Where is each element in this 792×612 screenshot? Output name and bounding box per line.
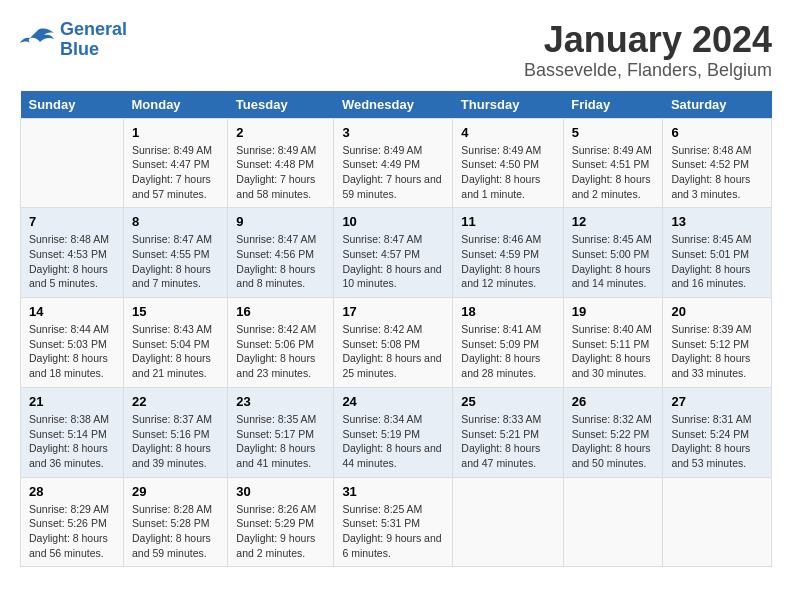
day-number: 15 <box>132 304 219 319</box>
day-number: 23 <box>236 394 325 409</box>
calendar-cell: 14Sunrise: 8:44 AMSunset: 5:03 PMDayligh… <box>21 298 124 388</box>
day-info: Sunrise: 8:48 AMSunset: 4:53 PMDaylight:… <box>29 232 115 291</box>
weekday-header: Wednesday <box>334 91 453 119</box>
day-number: 26 <box>572 394 655 409</box>
day-info: Sunrise: 8:28 AMSunset: 5:28 PMDaylight:… <box>132 502 219 561</box>
calendar-cell: 30Sunrise: 8:26 AMSunset: 5:29 PMDayligh… <box>228 477 334 567</box>
day-number: 9 <box>236 214 325 229</box>
day-info: Sunrise: 8:45 AMSunset: 5:01 PMDaylight:… <box>671 232 763 291</box>
day-info: Sunrise: 8:33 AMSunset: 5:21 PMDaylight:… <box>461 412 554 471</box>
calendar-cell: 19Sunrise: 8:40 AMSunset: 5:11 PMDayligh… <box>563 298 663 388</box>
weekday-header: Saturday <box>663 91 772 119</box>
calendar-cell: 24Sunrise: 8:34 AMSunset: 5:19 PMDayligh… <box>334 387 453 477</box>
calendar-cell <box>21 118 124 208</box>
day-number: 10 <box>342 214 444 229</box>
weekday-header: Friday <box>563 91 663 119</box>
day-number: 5 <box>572 125 655 140</box>
day-info: Sunrise: 8:49 AMSunset: 4:50 PMDaylight:… <box>461 143 554 202</box>
calendar-cell: 21Sunrise: 8:38 AMSunset: 5:14 PMDayligh… <box>21 387 124 477</box>
day-number: 19 <box>572 304 655 319</box>
calendar-cell: 18Sunrise: 8:41 AMSunset: 5:09 PMDayligh… <box>453 298 563 388</box>
calendar-week-row: 14Sunrise: 8:44 AMSunset: 5:03 PMDayligh… <box>21 298 772 388</box>
day-info: Sunrise: 8:37 AMSunset: 5:16 PMDaylight:… <box>132 412 219 471</box>
day-number: 12 <box>572 214 655 229</box>
day-info: Sunrise: 8:35 AMSunset: 5:17 PMDaylight:… <box>236 412 325 471</box>
day-info: Sunrise: 8:39 AMSunset: 5:12 PMDaylight:… <box>671 322 763 381</box>
weekday-header: Thursday <box>453 91 563 119</box>
calendar-title: January 2024 <box>524 20 772 60</box>
calendar-cell: 26Sunrise: 8:32 AMSunset: 5:22 PMDayligh… <box>563 387 663 477</box>
day-number: 2 <box>236 125 325 140</box>
calendar-cell: 12Sunrise: 8:45 AMSunset: 5:00 PMDayligh… <box>563 208 663 298</box>
calendar-cell: 15Sunrise: 8:43 AMSunset: 5:04 PMDayligh… <box>123 298 227 388</box>
day-info: Sunrise: 8:47 AMSunset: 4:57 PMDaylight:… <box>342 232 444 291</box>
day-number: 20 <box>671 304 763 319</box>
day-info: Sunrise: 8:47 AMSunset: 4:55 PMDaylight:… <box>132 232 219 291</box>
day-info: Sunrise: 8:44 AMSunset: 5:03 PMDaylight:… <box>29 322 115 381</box>
page-header: General Blue January 2024 Bassevelde, Fl… <box>20 20 772 81</box>
logo: General Blue <box>20 20 127 60</box>
day-info: Sunrise: 8:42 AMSunset: 5:08 PMDaylight:… <box>342 322 444 381</box>
weekday-header-row: SundayMondayTuesdayWednesdayThursdayFrid… <box>21 91 772 119</box>
calendar-week-row: 21Sunrise: 8:38 AMSunset: 5:14 PMDayligh… <box>21 387 772 477</box>
calendar-cell: 8Sunrise: 8:47 AMSunset: 4:55 PMDaylight… <box>123 208 227 298</box>
calendar-cell <box>663 477 772 567</box>
calendar-week-row: 7Sunrise: 8:48 AMSunset: 4:53 PMDaylight… <box>21 208 772 298</box>
day-number: 3 <box>342 125 444 140</box>
day-info: Sunrise: 8:38 AMSunset: 5:14 PMDaylight:… <box>29 412 115 471</box>
day-info: Sunrise: 8:46 AMSunset: 4:59 PMDaylight:… <box>461 232 554 291</box>
day-number: 30 <box>236 484 325 499</box>
logo-text: General Blue <box>60 20 127 60</box>
day-info: Sunrise: 8:47 AMSunset: 4:56 PMDaylight:… <box>236 232 325 291</box>
day-number: 6 <box>671 125 763 140</box>
day-number: 11 <box>461 214 554 229</box>
weekday-header: Tuesday <box>228 91 334 119</box>
day-info: Sunrise: 8:41 AMSunset: 5:09 PMDaylight:… <box>461 322 554 381</box>
day-number: 28 <box>29 484 115 499</box>
calendar-cell <box>453 477 563 567</box>
calendar-cell: 17Sunrise: 8:42 AMSunset: 5:08 PMDayligh… <box>334 298 453 388</box>
calendar-cell: 29Sunrise: 8:28 AMSunset: 5:28 PMDayligh… <box>123 477 227 567</box>
calendar-cell: 25Sunrise: 8:33 AMSunset: 5:21 PMDayligh… <box>453 387 563 477</box>
day-info: Sunrise: 8:49 AMSunset: 4:51 PMDaylight:… <box>572 143 655 202</box>
calendar-cell: 11Sunrise: 8:46 AMSunset: 4:59 PMDayligh… <box>453 208 563 298</box>
day-number: 31 <box>342 484 444 499</box>
day-number: 8 <box>132 214 219 229</box>
calendar-cell: 5Sunrise: 8:49 AMSunset: 4:51 PMDaylight… <box>563 118 663 208</box>
day-number: 17 <box>342 304 444 319</box>
day-number: 29 <box>132 484 219 499</box>
logo-icon <box>20 25 56 55</box>
day-number: 24 <box>342 394 444 409</box>
day-number: 22 <box>132 394 219 409</box>
calendar-cell: 20Sunrise: 8:39 AMSunset: 5:12 PMDayligh… <box>663 298 772 388</box>
calendar-cell: 10Sunrise: 8:47 AMSunset: 4:57 PMDayligh… <box>334 208 453 298</box>
day-number: 25 <box>461 394 554 409</box>
calendar-cell: 2Sunrise: 8:49 AMSunset: 4:48 PMDaylight… <box>228 118 334 208</box>
day-number: 7 <box>29 214 115 229</box>
calendar-cell: 4Sunrise: 8:49 AMSunset: 4:50 PMDaylight… <box>453 118 563 208</box>
calendar-cell: 16Sunrise: 8:42 AMSunset: 5:06 PMDayligh… <box>228 298 334 388</box>
day-number: 16 <box>236 304 325 319</box>
day-info: Sunrise: 8:42 AMSunset: 5:06 PMDaylight:… <box>236 322 325 381</box>
calendar-cell: 13Sunrise: 8:45 AMSunset: 5:01 PMDayligh… <box>663 208 772 298</box>
day-number: 14 <box>29 304 115 319</box>
day-info: Sunrise: 8:25 AMSunset: 5:31 PMDaylight:… <box>342 502 444 561</box>
calendar-cell: 1Sunrise: 8:49 AMSunset: 4:47 PMDaylight… <box>123 118 227 208</box>
title-block: January 2024 Bassevelde, Flanders, Belgi… <box>524 20 772 81</box>
calendar-cell: 31Sunrise: 8:25 AMSunset: 5:31 PMDayligh… <box>334 477 453 567</box>
day-info: Sunrise: 8:48 AMSunset: 4:52 PMDaylight:… <box>671 143 763 202</box>
day-number: 27 <box>671 394 763 409</box>
calendar-cell: 9Sunrise: 8:47 AMSunset: 4:56 PMDaylight… <box>228 208 334 298</box>
day-info: Sunrise: 8:32 AMSunset: 5:22 PMDaylight:… <box>572 412 655 471</box>
day-info: Sunrise: 8:43 AMSunset: 5:04 PMDaylight:… <box>132 322 219 381</box>
calendar-cell: 3Sunrise: 8:49 AMSunset: 4:49 PMDaylight… <box>334 118 453 208</box>
day-info: Sunrise: 8:26 AMSunset: 5:29 PMDaylight:… <box>236 502 325 561</box>
calendar-week-row: 28Sunrise: 8:29 AMSunset: 5:26 PMDayligh… <box>21 477 772 567</box>
day-info: Sunrise: 8:40 AMSunset: 5:11 PMDaylight:… <box>572 322 655 381</box>
weekday-header: Monday <box>123 91 227 119</box>
day-info: Sunrise: 8:29 AMSunset: 5:26 PMDaylight:… <box>29 502 115 561</box>
day-info: Sunrise: 8:34 AMSunset: 5:19 PMDaylight:… <box>342 412 444 471</box>
day-number: 13 <box>671 214 763 229</box>
calendar-cell <box>563 477 663 567</box>
day-number: 4 <box>461 125 554 140</box>
